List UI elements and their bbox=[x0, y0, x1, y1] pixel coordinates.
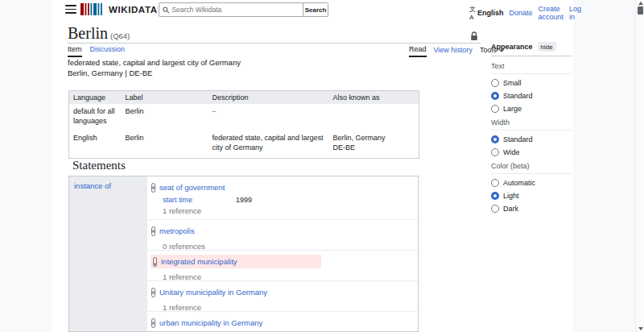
deprecated-statement-highlight: integrated municipality bbox=[151, 255, 321, 268]
references-toggle[interactable]: 0 references bbox=[163, 242, 418, 251]
radio-width-standard[interactable]: Standard bbox=[491, 135, 572, 143]
entity-aliases: Berlin, Germany | DE-BE bbox=[68, 68, 152, 77]
rank-selector-icon bbox=[151, 288, 156, 297]
language-label: English bbox=[477, 9, 504, 17]
label-cell: Berlin bbox=[122, 104, 208, 131]
radio-color-dark[interactable]: Dark bbox=[491, 205, 572, 213]
radio-checked-icon[interactable] bbox=[491, 92, 499, 100]
claim-value-link[interactable]: Unitary municipality in Germany bbox=[159, 288, 267, 297]
title-divider bbox=[68, 43, 481, 44]
radio-text-standard[interactable]: Standard bbox=[491, 92, 572, 100]
col-description: Description bbox=[208, 91, 329, 105]
label-cell: Berlin bbox=[122, 131, 208, 158]
entity-description: federated state, capital and largest cit… bbox=[68, 58, 241, 67]
donate-link[interactable]: Donate bbox=[510, 9, 533, 17]
claim-value-link[interactable]: integrated municipality bbox=[161, 257, 237, 266]
search-box bbox=[159, 2, 303, 17]
content-area: WIKIDATA Search 文A English Donate Create… bbox=[52, 0, 573, 332]
appearance-hide-button[interactable]: hide bbox=[538, 42, 556, 52]
wikidata-logo-text: WIKIDATA bbox=[109, 5, 158, 15]
claim-value-link[interactable]: seat of government bbox=[159, 183, 225, 192]
statement-integrated-municipality: integrated municipality 1 reference bbox=[147, 251, 418, 281]
language-selector[interactable]: 文A English bbox=[469, 5, 504, 21]
terms-header-row: Language Label Description Also known as bbox=[69, 91, 419, 105]
search-input[interactable] bbox=[171, 6, 299, 14]
appearance-heading: Appearance bbox=[491, 43, 533, 51]
radio-width-wide[interactable]: Wide bbox=[491, 148, 572, 156]
search-icon bbox=[163, 6, 169, 14]
radio-icon[interactable] bbox=[491, 105, 499, 113]
statement-unitary-municipality: Unitary municipality in Germany 1 refere… bbox=[147, 281, 418, 312]
tab-read[interactable]: Read bbox=[409, 45, 427, 57]
radio-checked-icon[interactable] bbox=[491, 135, 499, 143]
radio-checked-icon[interactable] bbox=[491, 192, 499, 200]
create-account-link[interactable]: Create account bbox=[539, 5, 564, 21]
radio-icon[interactable] bbox=[491, 205, 499, 213]
radio-color-automatic[interactable]: Automatic bbox=[491, 179, 572, 187]
terms-row-english: English Berlin federated state, capital … bbox=[69, 131, 419, 158]
rank-selector-icon bbox=[151, 226, 156, 236]
aliases-cell bbox=[329, 104, 419, 131]
tab-item[interactable]: Item bbox=[68, 45, 82, 57]
claim-value-link[interactable]: urban municipality in Germany bbox=[159, 318, 262, 327]
qualifier-value: 1999 bbox=[236, 196, 252, 204]
col-label: Label bbox=[122, 91, 208, 105]
aliases-cell: Berlin, Germany DE-BE bbox=[329, 131, 419, 158]
scroll-down-arrow[interactable] bbox=[638, 327, 643, 330]
property-cell: instance of bbox=[69, 176, 147, 331]
qualifier-property-link[interactable]: start time bbox=[163, 196, 236, 204]
tab-discussion[interactable]: Discussion bbox=[90, 45, 126, 57]
qualifier-row: start time 1999 bbox=[163, 196, 418, 204]
description-cell: – bbox=[208, 104, 329, 131]
language-cell: English bbox=[69, 131, 122, 158]
radio-icon[interactable] bbox=[491, 179, 499, 187]
wikidata-logo[interactable]: WIKIDATA bbox=[80, 3, 158, 15]
scrollbar-thumb[interactable] bbox=[638, 6, 643, 15]
hamburger-icon bbox=[65, 5, 76, 6]
references-toggle[interactable]: 1 reference bbox=[163, 272, 418, 281]
rank-selector-icon bbox=[151, 183, 156, 193]
radio-icon[interactable] bbox=[491, 79, 499, 87]
col-language: Language bbox=[69, 91, 122, 105]
wikidata-barcode-icon bbox=[80, 3, 105, 15]
entity-id: (Q64) bbox=[110, 31, 130, 40]
property-link-instance-of[interactable]: instance of bbox=[74, 181, 111, 190]
references-toggle[interactable]: 1 reference bbox=[163, 206, 418, 215]
rank-selector-icon bbox=[151, 318, 156, 328]
text-section-label: Text bbox=[491, 62, 572, 74]
references-toggle[interactable]: 1 reference bbox=[163, 303, 418, 312]
color-section-label: Color (beta) bbox=[491, 162, 572, 174]
terms-row-default: default for all languages Berlin – bbox=[69, 104, 419, 131]
statement-group-instance-of: instance of seat of government start tim… bbox=[68, 176, 419, 332]
radio-color-light[interactable]: Light bbox=[491, 192, 572, 200]
page-title: Berlin bbox=[68, 24, 108, 42]
language-cell: default for all languages bbox=[69, 104, 122, 131]
tab-view-history[interactable]: View history bbox=[434, 46, 473, 56]
claim-value-link[interactable]: metropolis bbox=[159, 226, 195, 235]
statements-heading: Statements bbox=[72, 159, 126, 172]
width-section-label: Width bbox=[491, 118, 572, 131]
login-link[interactable]: Log in bbox=[569, 5, 581, 21]
radio-text-large[interactable]: Large bbox=[491, 105, 572, 113]
radio-text-small[interactable]: Small bbox=[491, 79, 572, 87]
vertical-scrollbar[interactable] bbox=[635, 0, 644, 332]
statement-metropolis: metropolis 0 references bbox=[147, 220, 418, 251]
radio-icon[interactable] bbox=[491, 148, 499, 156]
search-button[interactable]: Search bbox=[303, 2, 328, 17]
language-icon: 文A bbox=[469, 5, 476, 21]
terms-table: Language Label Description Also known as… bbox=[68, 90, 419, 159]
description-cell: federated state, capital and largest cit… bbox=[208, 131, 329, 158]
col-also-known-as: Also known as bbox=[329, 91, 419, 105]
main-menu-button[interactable] bbox=[65, 5, 76, 14]
rank-selector-icon-deprecated bbox=[152, 257, 158, 267]
statement-urban-municipality: urban municipality in Germany 0 referenc… bbox=[147, 312, 418, 332]
statement-seat-of-government: seat of government start time 1999 1 ref… bbox=[147, 176, 418, 220]
appearance-panel: Appearance hide Text Small Standard Larg… bbox=[491, 42, 572, 213]
scroll-up-arrow[interactable] bbox=[638, 2, 643, 5]
